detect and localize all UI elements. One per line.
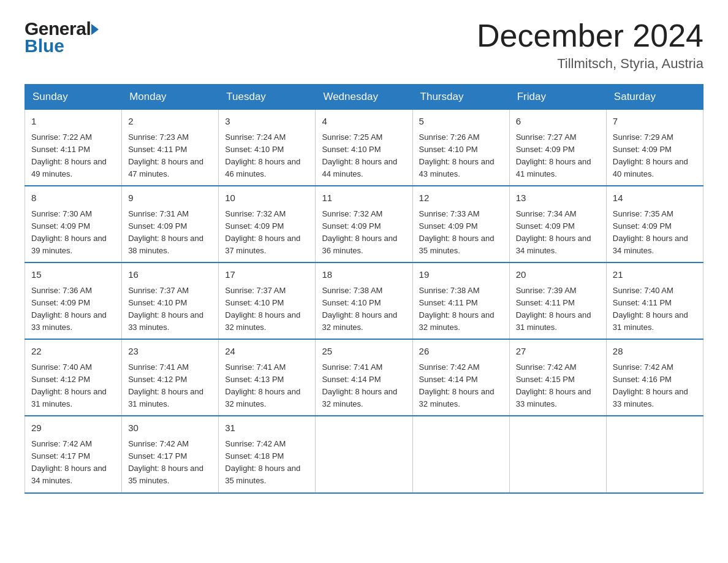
calendar-cell: 15Sunrise: 7:36 AMSunset: 4:09 PMDayligh… [25, 262, 122, 339]
calendar-cell: 22Sunrise: 7:40 AMSunset: 4:12 PMDayligh… [25, 339, 122, 416]
logo-line2: Blue [25, 36, 64, 56]
calendar-cell: 25Sunrise: 7:41 AMSunset: 4:14 PMDayligh… [316, 339, 412, 416]
day-number: 27 [516, 345, 600, 359]
calendar-cell: 12Sunrise: 7:33 AMSunset: 4:09 PMDayligh… [412, 186, 509, 262]
column-header-wednesday: Wednesday [316, 85, 412, 110]
day-info: Sunrise: 7:26 AMSunset: 4:10 PMDaylight:… [419, 131, 503, 181]
day-info: Sunrise: 7:33 AMSunset: 4:09 PMDaylight:… [419, 208, 503, 258]
day-info: Sunrise: 7:31 AMSunset: 4:09 PMDaylight:… [128, 208, 212, 258]
day-info: Sunrise: 7:36 AMSunset: 4:09 PMDaylight:… [31, 285, 115, 334]
column-header-thursday: Thursday [412, 85, 509, 110]
day-number: 10 [225, 191, 309, 205]
day-info: Sunrise: 7:32 AMSunset: 4:09 PMDaylight:… [322, 208, 406, 258]
day-number: 9 [128, 191, 212, 205]
day-number: 30 [128, 421, 212, 435]
day-info: Sunrise: 7:29 AMSunset: 4:09 PMDaylight:… [613, 131, 697, 181]
calendar-cell: 30Sunrise: 7:42 AMSunset: 4:17 PMDayligh… [122, 416, 219, 492]
day-info: Sunrise: 7:34 AMSunset: 4:09 PMDaylight:… [516, 208, 600, 258]
calendar-cell: 10Sunrise: 7:32 AMSunset: 4:09 PMDayligh… [219, 186, 316, 262]
day-number: 7 [613, 115, 697, 129]
calendar-cell: 19Sunrise: 7:38 AMSunset: 4:11 PMDayligh… [412, 262, 509, 339]
calendar-cell: 31Sunrise: 7:42 AMSunset: 4:18 PMDayligh… [219, 416, 316, 492]
calendar-cell: 2Sunrise: 7:23 AMSunset: 4:11 PMDaylight… [122, 110, 219, 186]
day-info: Sunrise: 7:42 AMSunset: 4:15 PMDaylight:… [516, 361, 600, 411]
day-info: Sunrise: 7:42 AMSunset: 4:17 PMDaylight:… [31, 438, 115, 488]
day-number: 29 [31, 421, 115, 435]
calendar-cell: 11Sunrise: 7:32 AMSunset: 4:09 PMDayligh… [316, 186, 412, 262]
day-info: Sunrise: 7:40 AMSunset: 4:12 PMDaylight:… [31, 361, 115, 411]
day-number: 23 [128, 345, 212, 359]
day-info: Sunrise: 7:25 AMSunset: 4:10 PMDaylight:… [322, 131, 406, 181]
logo-triangle-icon [91, 24, 99, 35]
day-info: Sunrise: 7:37 AMSunset: 4:10 PMDaylight:… [128, 285, 212, 334]
page-header: General Blue December 2024 Tillmitsch, S… [25, 18, 703, 72]
day-number: 21 [613, 268, 697, 282]
column-header-sunday: Sunday [25, 85, 122, 110]
day-number: 17 [225, 268, 309, 282]
calendar-cell [316, 416, 412, 492]
day-info: Sunrise: 7:42 AMSunset: 4:17 PMDaylight:… [128, 438, 212, 488]
day-info: Sunrise: 7:22 AMSunset: 4:11 PMDaylight:… [31, 131, 115, 181]
column-header-friday: Friday [509, 85, 606, 110]
day-info: Sunrise: 7:38 AMSunset: 4:10 PMDaylight:… [322, 285, 406, 334]
day-number: 24 [225, 345, 309, 359]
day-number: 8 [31, 191, 115, 205]
day-info: Sunrise: 7:41 AMSunset: 4:14 PMDaylight:… [322, 361, 406, 411]
day-number: 28 [613, 345, 697, 359]
day-number: 31 [225, 421, 309, 435]
calendar-week-row: 15Sunrise: 7:36 AMSunset: 4:09 PMDayligh… [25, 262, 703, 339]
calendar-cell: 4Sunrise: 7:25 AMSunset: 4:10 PMDaylight… [316, 110, 412, 186]
day-info: Sunrise: 7:41 AMSunset: 4:12 PMDaylight:… [128, 361, 212, 411]
calendar-cell: 27Sunrise: 7:42 AMSunset: 4:15 PMDayligh… [509, 339, 606, 416]
calendar-week-row: 22Sunrise: 7:40 AMSunset: 4:12 PMDayligh… [25, 339, 703, 416]
day-info: Sunrise: 7:37 AMSunset: 4:10 PMDaylight:… [225, 285, 309, 334]
calendar-cell [509, 416, 606, 492]
calendar-cell: 28Sunrise: 7:42 AMSunset: 4:16 PMDayligh… [606, 339, 703, 416]
day-number: 25 [322, 345, 406, 359]
calendar-cell: 16Sunrise: 7:37 AMSunset: 4:10 PMDayligh… [122, 262, 219, 339]
day-info: Sunrise: 7:23 AMSunset: 4:11 PMDaylight:… [128, 131, 212, 181]
month-title: December 2024 [477, 18, 703, 53]
day-number: 11 [322, 191, 406, 205]
calendar-cell [412, 416, 509, 492]
calendar-cell: 5Sunrise: 7:26 AMSunset: 4:10 PMDaylight… [412, 110, 509, 186]
calendar-cell: 8Sunrise: 7:30 AMSunset: 4:09 PMDaylight… [25, 186, 122, 262]
calendar-cell [606, 416, 703, 492]
day-number: 2 [128, 115, 212, 129]
column-header-saturday: Saturday [606, 85, 703, 110]
day-info: Sunrise: 7:40 AMSunset: 4:11 PMDaylight:… [613, 285, 697, 334]
day-info: Sunrise: 7:42 AMSunset: 4:18 PMDaylight:… [225, 438, 309, 488]
day-info: Sunrise: 7:41 AMSunset: 4:13 PMDaylight:… [225, 361, 309, 411]
calendar-cell: 21Sunrise: 7:40 AMSunset: 4:11 PMDayligh… [606, 262, 703, 339]
day-info: Sunrise: 7:35 AMSunset: 4:09 PMDaylight:… [613, 208, 697, 258]
calendar-week-row: 8Sunrise: 7:30 AMSunset: 4:09 PMDaylight… [25, 186, 703, 262]
day-info: Sunrise: 7:30 AMSunset: 4:09 PMDaylight:… [31, 208, 115, 258]
day-number: 15 [31, 268, 115, 282]
logo: General Blue [25, 18, 99, 56]
calendar-week-row: 29Sunrise: 7:42 AMSunset: 4:17 PMDayligh… [25, 416, 703, 492]
calendar-cell: 14Sunrise: 7:35 AMSunset: 4:09 PMDayligh… [606, 186, 703, 262]
day-info: Sunrise: 7:27 AMSunset: 4:09 PMDaylight:… [516, 131, 600, 181]
calendar-cell: 23Sunrise: 7:41 AMSunset: 4:12 PMDayligh… [122, 339, 219, 416]
day-number: 1 [31, 115, 115, 129]
day-info: Sunrise: 7:42 AMSunset: 4:14 PMDaylight:… [419, 361, 503, 411]
column-header-monday: Monday [122, 85, 219, 110]
day-number: 4 [322, 115, 406, 129]
calendar-week-row: 1Sunrise: 7:22 AMSunset: 4:11 PMDaylight… [25, 110, 703, 186]
day-number: 5 [419, 115, 503, 129]
column-header-tuesday: Tuesday [219, 85, 316, 110]
calendar-cell: 13Sunrise: 7:34 AMSunset: 4:09 PMDayligh… [509, 186, 606, 262]
calendar-cell: 24Sunrise: 7:41 AMSunset: 4:13 PMDayligh… [219, 339, 316, 416]
calendar-header-row: SundayMondayTuesdayWednesdayThursdayFrid… [25, 85, 703, 110]
day-number: 19 [419, 268, 503, 282]
day-info: Sunrise: 7:24 AMSunset: 4:10 PMDaylight:… [225, 131, 309, 181]
calendar-cell: 1Sunrise: 7:22 AMSunset: 4:11 PMDaylight… [25, 110, 122, 186]
day-number: 16 [128, 268, 212, 282]
day-number: 18 [322, 268, 406, 282]
calendar-cell: 18Sunrise: 7:38 AMSunset: 4:10 PMDayligh… [316, 262, 412, 339]
calendar-cell: 17Sunrise: 7:37 AMSunset: 4:10 PMDayligh… [219, 262, 316, 339]
calendar-cell: 29Sunrise: 7:42 AMSunset: 4:17 PMDayligh… [25, 416, 122, 492]
day-number: 6 [516, 115, 600, 129]
day-number: 20 [516, 268, 600, 282]
day-info: Sunrise: 7:32 AMSunset: 4:09 PMDaylight:… [225, 208, 309, 258]
